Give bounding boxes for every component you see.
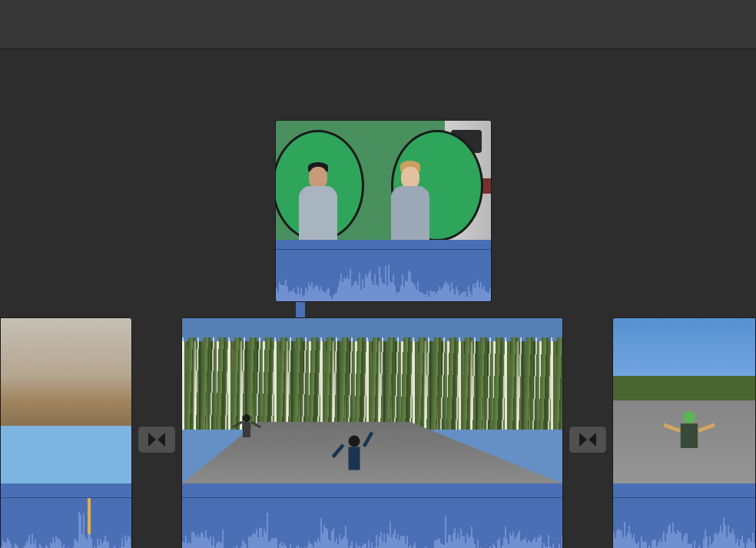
clip-connection-pin xyxy=(296,302,305,319)
clip-audio-waveform[interactable] xyxy=(613,483,755,548)
transition-button[interactable] xyxy=(138,426,176,453)
clip-thumbnail xyxy=(613,318,755,483)
clip-audio-waveform[interactable] xyxy=(276,240,491,302)
clip-thumbnail xyxy=(182,318,562,483)
clip-audio-waveform[interactable] xyxy=(182,483,562,548)
timeline-clip[interactable] xyxy=(612,317,756,548)
transition-icon xyxy=(147,430,167,450)
timeline-clip[interactable] xyxy=(181,317,563,548)
transition-button[interactable] xyxy=(569,426,607,453)
clip-audio-waveform[interactable] xyxy=(1,483,131,548)
cutaway-clip[interactable] xyxy=(275,120,492,302)
timeline-area[interactable] xyxy=(0,49,756,548)
clip-thumbnail xyxy=(276,121,491,240)
clip-thumbnail xyxy=(1,318,131,483)
transition-icon xyxy=(578,430,598,450)
audio-peak-indicator xyxy=(88,498,91,548)
timeline-clip[interactable] xyxy=(0,317,132,548)
